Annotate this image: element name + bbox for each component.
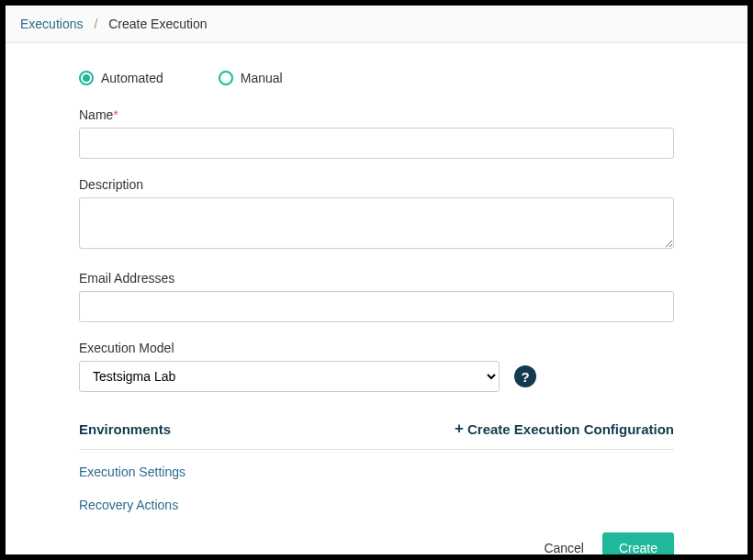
execution-type-radio-group: Automated Manual (79, 71, 674, 85)
execution-model-label: Execution Model (79, 341, 674, 355)
recovery-actions-link[interactable]: Recovery Actions (79, 498, 178, 512)
radio-icon (219, 71, 233, 85)
description-textarea[interactable] (79, 197, 674, 249)
create-execution-config-button[interactable]: + Create Execution Configuration (455, 420, 674, 438)
radio-icon (79, 71, 94, 85)
email-input[interactable] (79, 291, 674, 322)
execution-model-row: Testsigma Lab ? (79, 361, 674, 392)
execution-model-group: Execution Model Testsigma Lab ? (79, 341, 674, 392)
breadcrumb-current: Create Execution (108, 17, 207, 31)
radio-automated[interactable]: Automated (79, 71, 163, 85)
button-row: Cancel Create (79, 532, 674, 554)
email-group: Email Addresses (79, 271, 674, 322)
name-label-text: Name (79, 107, 113, 122)
execution-model-select[interactable]: Testsigma Lab (79, 361, 500, 392)
help-icon[interactable]: ? (514, 365, 536, 387)
breadcrumb-parent-link[interactable]: Executions (20, 17, 83, 31)
email-label: Email Addresses (79, 271, 674, 286)
name-input[interactable] (79, 128, 674, 159)
required-mark: * (113, 107, 118, 122)
name-label: Name* (79, 107, 674, 122)
description-group: Description (79, 177, 674, 252)
radio-label: Automated (101, 71, 163, 85)
breadcrumb: Executions / Create Execution (6, 6, 747, 43)
recovery-actions-row: Recovery Actions (79, 483, 674, 516)
name-group: Name* (79, 107, 674, 159)
page-container: Executions / Create Execution Automated … (6, 6, 747, 554)
cancel-button[interactable]: Cancel (540, 533, 588, 554)
plus-icon: + (455, 420, 464, 438)
environments-header: Environments + Create Execution Configur… (79, 410, 674, 450)
execution-settings-link[interactable]: Execution Settings (79, 465, 185, 479)
radio-label: Manual (241, 71, 283, 85)
form-content: Automated Manual Name* Description Email… (6, 43, 747, 554)
breadcrumb-separator: / (94, 17, 97, 31)
create-config-label: Create Execution Configuration (467, 421, 674, 437)
create-button[interactable]: Create (602, 532, 674, 554)
description-label: Description (79, 177, 674, 192)
radio-manual[interactable]: Manual (219, 71, 283, 85)
environments-title: Environments (79, 421, 171, 437)
execution-settings-row: Execution Settings (79, 450, 674, 483)
